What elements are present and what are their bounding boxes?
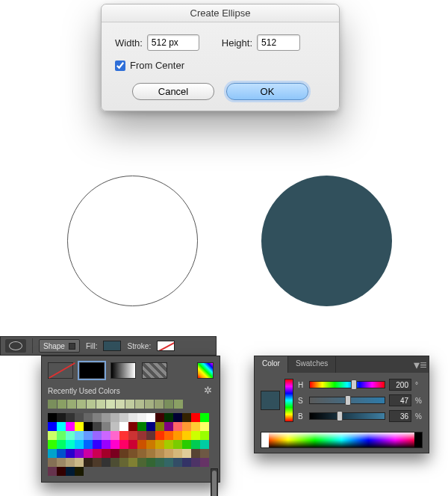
palette-color-swatch[interactable] [75,422,84,431]
palette-color-swatch[interactable] [137,422,146,431]
palette-color-swatch[interactable] [48,440,57,449]
recent-color-swatch[interactable] [116,400,125,409]
palette-color-swatch[interactable] [48,413,57,422]
palette-color-swatch[interactable] [200,458,209,467]
palette-color-swatch[interactable] [102,449,111,458]
recent-color-swatch[interactable] [106,400,115,409]
palette-color-swatch[interactable] [66,413,75,422]
palette-color-swatch[interactable] [191,440,200,449]
hue-strip-vertical[interactable] [284,379,293,422]
palette-color-swatch[interactable] [119,440,128,449]
palette-color-swatch[interactable] [182,440,191,449]
palette-color-swatch[interactable] [93,413,102,422]
saturation-slider[interactable] [309,397,385,404]
palette-color-swatch[interactable] [155,413,164,422]
palette-color-swatch[interactable] [66,431,75,440]
palette-color-swatch[interactable] [155,422,164,431]
palette-color-swatch[interactable] [48,467,57,476]
palette-color-swatch[interactable] [93,458,102,467]
recent-color-swatch[interactable] [48,400,57,409]
palette-color-swatch[interactable] [84,458,93,467]
palette-color-swatch[interactable] [137,413,146,422]
palette-color-swatch[interactable] [164,413,173,422]
palette-color-swatch[interactable] [66,422,75,431]
palette-color-swatch[interactable] [66,467,75,476]
palette-color-swatch[interactable] [119,431,128,440]
palette-color-swatch[interactable] [137,440,146,449]
palette-color-swatch[interactable] [48,431,57,440]
recent-color-swatch[interactable] [145,400,154,409]
palette-color-swatch[interactable] [173,458,182,467]
gear-icon[interactable]: ✲ [202,385,214,397]
foreground-color-swatch[interactable] [261,391,280,410]
palette-color-swatch[interactable] [111,413,119,422]
palette-color-swatch[interactable] [48,449,57,458]
fill-swatch[interactable] [103,341,121,351]
palette-color-swatch[interactable] [182,449,191,458]
tab-color[interactable]: Color [255,356,288,373]
palette-color-swatch[interactable] [57,458,66,467]
palette-color-swatch[interactable] [102,431,111,440]
palette-color-swatch[interactable] [102,422,111,431]
palette-color-swatch[interactable] [111,431,119,440]
palette-color-swatch[interactable] [191,458,200,467]
palette-color-swatch[interactable] [191,422,200,431]
palette-color-swatch[interactable] [146,422,155,431]
hue-slider[interactable] [309,381,385,388]
tool-mode-dropdown[interactable]: Shape [39,339,80,353]
palette-color-swatch[interactable] [128,440,137,449]
palette-color-swatch[interactable] [173,422,182,431]
palette-color-swatch[interactable] [182,422,191,431]
recent-color-swatch[interactable] [57,400,66,409]
width-input[interactable] [147,34,199,51]
palette-color-swatch[interactable] [173,413,182,422]
palette-color-swatch[interactable] [173,431,182,440]
recent-color-swatch[interactable] [155,400,164,409]
color-picker-icon[interactable] [197,362,214,379]
palette-color-swatch[interactable] [57,467,66,476]
color-spectrum-bar[interactable] [261,432,423,448]
palette-color-swatch[interactable] [75,440,84,449]
palette-color-swatch[interactable] [191,431,200,440]
palette-color-swatch[interactable] [102,413,111,422]
fill-type-none[interactable] [48,362,73,379]
palette-color-swatch[interactable] [164,449,173,458]
recent-color-swatch[interactable] [125,400,134,409]
tab-swatches[interactable]: Swatches [288,356,336,373]
palette-color-swatch[interactable] [84,413,93,422]
recent-color-swatch[interactable] [135,400,144,409]
palette-color-swatch[interactable] [48,458,57,467]
recent-color-swatch[interactable] [67,400,76,409]
palette-color-swatch[interactable] [111,458,119,467]
palette-color-swatch[interactable] [155,458,164,467]
palette-color-swatch[interactable] [57,422,66,431]
palette-color-swatch[interactable] [173,440,182,449]
palette-color-swatch[interactable] [155,431,164,440]
palette-color-swatch[interactable] [146,431,155,440]
palette-color-swatch[interactable] [48,422,57,431]
palette-color-swatch[interactable] [57,449,66,458]
fill-type-solid[interactable] [79,362,105,379]
palette-color-swatch[interactable] [119,422,128,431]
palette-color-swatch[interactable] [137,449,146,458]
brightness-value[interactable] [389,410,411,422]
palette-color-swatch[interactable] [200,440,209,449]
recent-color-swatch[interactable] [87,400,96,409]
palette-color-swatch[interactable] [146,458,155,467]
palette-color-swatch[interactable] [128,449,137,458]
palette-scrollbar[interactable] [211,468,218,496]
palette-color-swatch[interactable] [128,422,137,431]
palette-color-swatch[interactable] [66,440,75,449]
recent-color-swatch[interactable] [77,400,86,409]
palette-color-swatch[interactable] [84,422,93,431]
palette-color-swatch[interactable] [66,458,75,467]
palette-color-swatch[interactable] [182,458,191,467]
palette-color-swatch[interactable] [146,440,155,449]
palette-color-swatch[interactable] [102,440,111,449]
palette-color-swatch[interactable] [200,431,209,440]
palette-color-swatch[interactable] [155,440,164,449]
palette-color-swatch[interactable] [119,458,128,467]
palette-color-swatch[interactable] [200,449,209,458]
height-input[interactable] [257,34,300,51]
palette-color-swatch[interactable] [146,449,155,458]
